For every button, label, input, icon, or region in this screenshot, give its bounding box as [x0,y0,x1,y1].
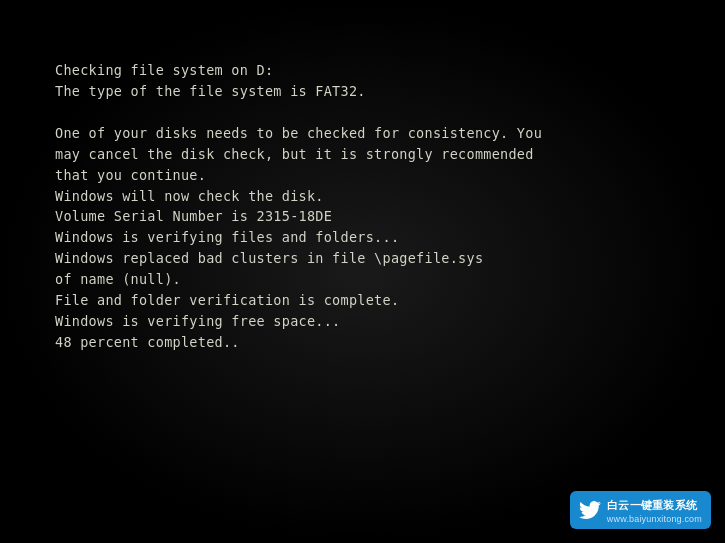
twitter-icon [579,499,601,521]
watermark-text-block: 白云一键重装系统 www.baiyunxitong.com [607,496,702,524]
terminal-screen: Checking file system on D: The type of t… [0,0,725,543]
watermark-site: www.baiyunxitong.com [607,514,702,524]
watermark-brand: 白云一键重装系统 [607,499,698,511]
terminal-output: Checking file system on D: The type of t… [55,60,542,353]
watermark-badge: 白云一键重装系统 www.baiyunxitong.com [570,491,711,529]
